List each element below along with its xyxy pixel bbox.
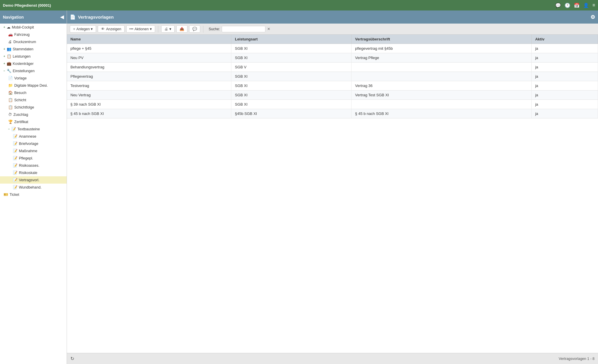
sidebar-item-einstellungen[interactable]: −🔧Einstellungen xyxy=(0,67,67,74)
sidebar-label-fahrzeug: Fahrzeug xyxy=(14,33,30,37)
sidebar-item-zuschlag[interactable]: ⏱Zuschlag xyxy=(0,111,67,118)
item-icon-risikoasses: 📝 xyxy=(13,163,17,168)
aktionen-dropdown-icon: ▾ xyxy=(150,27,152,31)
table-body: pflege + §45SGB XIpflegevertrag mit §45b… xyxy=(67,44,598,118)
history-icon[interactable]: 🕐 xyxy=(565,3,570,8)
expand-icon-leistungen[interactable]: + xyxy=(3,55,5,58)
cell-aktiv-4: ja xyxy=(532,81,598,90)
content-header: 📄 Vertragsvorlagen ⚙ xyxy=(67,10,598,24)
col-leistungsart: Leistungsart xyxy=(231,35,352,44)
table-header: Name Leistungsart Vertragsüberschrift Ak… xyxy=(67,35,598,44)
sidebar-item-textbausteine[interactable]: −📝Textbausteine xyxy=(0,125,67,133)
expand-icon-kostentraeger[interactable]: + xyxy=(3,62,5,65)
sidebar-item-risikoasses[interactable]: 📝Risikoasses. xyxy=(0,162,67,169)
sidebar-item-mobil-cockpit[interactable]: +☁Mobil-Cockpit xyxy=(0,24,67,31)
cell-aktiv-3: ja xyxy=(532,72,598,81)
expand-icon-einstellungen[interactable]: − xyxy=(3,69,5,72)
sidebar-item-briefvorlage[interactable]: 📝Briefvorlage xyxy=(0,140,67,147)
sidebar-item-risikoskale[interactable]: 📝Risikoskale xyxy=(0,169,67,176)
sidebar-item-stammdaten[interactable]: +👥Stammdaten xyxy=(0,45,67,53)
item-icon-anamnese: 📝 xyxy=(13,134,17,139)
sidebar-item-fahrzeug[interactable]: 🚗Fahrzeug xyxy=(0,31,67,38)
item-icon-textbausteine: 📝 xyxy=(11,127,16,131)
sidebar-label-textbausteine: Textbausteine xyxy=(17,127,40,131)
sidebar-item-vorlage[interactable]: 📄Vorlage xyxy=(0,74,67,82)
comment-button[interactable]: 💬 xyxy=(189,25,200,33)
table-row[interactable]: PflegevertragSGB XIja xyxy=(67,72,598,81)
app-title: Demo Pflegedienst (00001) xyxy=(3,3,51,8)
cell-vertragsüberschrift-6 xyxy=(352,100,532,109)
item-icon-stammdaten: 👥 xyxy=(7,47,11,51)
expand-icon-stammdaten[interactable]: + xyxy=(3,47,5,51)
footer: ↻ Vertragsvorlagen 1 - 8 xyxy=(67,353,598,364)
expand-icon-textbausteine[interactable]: − xyxy=(8,127,10,131)
table-row[interactable]: TestvertragSGB XIVertrag 36ja xyxy=(67,81,598,90)
sidebar-label-schichtfolge: Schichtfolge xyxy=(14,105,34,109)
cell-vertragsüberschrift-7: § 45 b nach SGB XI xyxy=(352,109,532,118)
content-title: Vertragsvorlagen xyxy=(78,15,114,19)
cell-aktiv-2: ja xyxy=(532,63,598,72)
table-row[interactable]: BehandlungsvertragSGB Vja xyxy=(67,63,598,72)
search-input[interactable] xyxy=(222,26,265,32)
item-icon-fahrzeug: 🚗 xyxy=(8,32,13,37)
sidebar-label-risikoskale: Risikoskale xyxy=(19,171,37,175)
export-button[interactable]: 📤 xyxy=(176,25,187,33)
calendar-icon[interactable]: 📅 xyxy=(574,3,580,8)
item-icon-einstellungen: 🔧 xyxy=(7,69,11,73)
anlegen-button[interactable]: + Anlegen ▾ xyxy=(70,25,96,33)
sidebar-item-leistungen[interactable]: +📋Leistungen xyxy=(0,53,67,60)
anzeigen-button[interactable]: 👁 Anzeigen xyxy=(98,25,124,33)
cell-name-4: Testvertrag xyxy=(67,81,231,90)
sidebar-item-kostentraeger[interactable]: +💼Kostenträger xyxy=(0,60,67,67)
sidebar-item-schichtfolge[interactable]: 📋Schichtfolge xyxy=(0,104,67,111)
table-row[interactable]: pflege + §45SGB XIpflegevertrag mit §45b… xyxy=(67,44,598,53)
sidebar-label-leistungen: Leistungen xyxy=(13,54,31,58)
sidebar-label-pflegepl: Pflegepl. xyxy=(19,156,33,160)
sidebar-item-ticket[interactable]: 🎫Ticket xyxy=(0,191,67,198)
sidebar-label-zertifikat: Zertifikat xyxy=(14,120,28,124)
item-icon-schicht: 📋 xyxy=(8,98,13,102)
sidebar-content: +☁Mobil-Cockpit🚗Fahrzeug🖨Druckzentrum+👥S… xyxy=(0,24,67,364)
toolbar: + Anlegen ▾ 👁 Anzeigen ••• Aktionen ▾ 🖨 … xyxy=(67,24,598,35)
table-row[interactable]: Neu PVSGB XIVertrag Pflegeja xyxy=(67,53,598,63)
sidebar-item-wundbehand[interactable]: 📝Wundbehand. xyxy=(0,184,67,191)
sidebar-item-anamnese[interactable]: 📝Anamnese xyxy=(0,133,67,140)
sidebar-label-besuch: Besuch xyxy=(14,91,26,95)
sidebar-item-druckzentrum[interactable]: 🖨Druckzentrum xyxy=(0,38,67,45)
sidebar-header: Navigation ◀ xyxy=(0,10,67,24)
table-row[interactable]: Neu VertragSGB XIVertrag Test SGB XIja xyxy=(67,90,598,100)
sidebar-item-schicht[interactable]: 📋Schicht xyxy=(0,96,67,104)
settings-icon[interactable]: ⚙ xyxy=(590,14,595,20)
sidebar-label-kostentraeger: Kostenträger xyxy=(13,62,34,66)
expand-icon-mobil-cockpit[interactable]: + xyxy=(3,26,5,29)
table-container: Name Leistungsart Vertragsüberschrift Ak… xyxy=(67,35,598,353)
sidebar-collapse-button[interactable]: ◀ xyxy=(60,14,64,20)
chat-icon[interactable]: 💬 xyxy=(555,3,561,8)
sidebar-item-vertragsvorl[interactable]: 📝Vertragsvorl. xyxy=(0,176,67,184)
table-row[interactable]: § 39 nach SGB XISGB XIja xyxy=(67,100,598,109)
content-header-icon: 📄 xyxy=(70,14,76,20)
search-clear-button[interactable]: ✕ xyxy=(267,27,270,31)
item-icon-zuschlag: ⏱ xyxy=(8,112,12,117)
refresh-button[interactable]: ↻ xyxy=(70,356,74,361)
table-header-row: Name Leistungsart Vertragsüberschrift Ak… xyxy=(67,35,598,44)
sidebar-item-zertifikat[interactable]: 🏆Zertifikat xyxy=(0,118,67,125)
user-icon[interactable]: 👤 xyxy=(583,3,589,8)
eye-icon: 👁 xyxy=(101,27,105,31)
sidebar-item-pflegepl[interactable]: 📝Pflegepl. xyxy=(0,155,67,162)
sidebar-item-besuch[interactable]: 🏠Besuch xyxy=(0,89,67,96)
content-header-left: 📄 Vertragsvorlagen xyxy=(70,14,114,20)
sidebar-item-massnahme[interactable]: 📝Maßnahme xyxy=(0,147,67,155)
col-aktiv: Aktiv xyxy=(532,35,598,44)
print-button[interactable]: 🖨 ▾ xyxy=(161,25,175,33)
cell-leistungsart-2: SGB V xyxy=(231,63,352,72)
sidebar-label-druckzentrum: Druckzentrum xyxy=(13,40,36,44)
cell-vertragsüberschrift-0: pflegevertrag mit §45b xyxy=(352,44,532,53)
table-row[interactable]: § 45 b nach SGB XI§45b SGB XI§ 45 b nach… xyxy=(67,109,598,118)
sidebar-label-massnahme: Maßnahme xyxy=(19,149,37,153)
aktionen-button[interactable]: ••• Aktionen ▾ xyxy=(126,25,155,33)
sidebar-item-digitale-mappe[interactable]: 📁Digitale Mappe Desi. xyxy=(0,82,67,89)
export-icon: 📤 xyxy=(180,27,184,31)
sidebar-label-einstellungen: Einstellungen xyxy=(13,69,35,73)
menu-icon[interactable]: ≡ xyxy=(592,3,595,8)
